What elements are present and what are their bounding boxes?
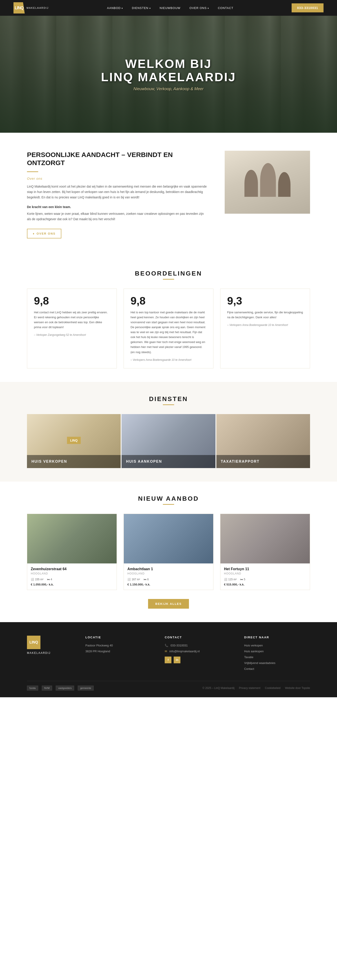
listing-card-2[interactable]: Ambachtlaan 1 HOOGLAND ⬜ 167 m² 🛏 6 € 1.…	[123, 514, 214, 590]
listing-type-2: HOOGLAND	[127, 572, 210, 575]
listing-price-2: € 1.150.000,- k.k.	[127, 583, 210, 586]
nav-contact[interactable]: CONTACT	[218, 6, 233, 10]
footer-address-2: 3828 PR Hoogland	[85, 649, 151, 654]
beds-icon-3: 🛏	[240, 578, 243, 581]
hero-subtitle: Nieuwbouw, Verkoop, Aankoop & Meer	[101, 87, 236, 91]
footer-legal: © 2025 – LinQ Makelaardij Privacy statem…	[203, 686, 310, 690]
listing-card-3[interactable]: Het Fortuyn 11 HOOGLAND ⬜ 115 m² 🛏 5 € 5…	[220, 514, 310, 590]
linq-badge-text: LINQ	[70, 438, 78, 442]
about-body2: De kracht van een klein team. Korte lijn…	[27, 204, 207, 222]
logo-text: LINQ	[15, 6, 24, 10]
team-photo	[244, 163, 291, 201]
footer-cookies[interactable]: Cookiebeleid	[265, 686, 280, 690]
beds-icon: 🛏	[47, 578, 50, 581]
listing-image-1	[27, 514, 117, 563]
services-title: DIENSTEN	[27, 395, 310, 402]
footer-privacy[interactable]: Privacy statement	[239, 686, 260, 690]
review-card-1: 9,8 Het contact met LinQ hebben wij als …	[27, 289, 117, 368]
listing-info-1: Zevenhuizerstraat 64 HOOGLAND ⬜ 155 m² 🛏…	[27, 563, 117, 590]
listings-grid: Zevenhuizerstraat 64 HOOGLAND ⬜ 155 m² 🛏…	[27, 514, 310, 590]
listing-type-3: HOOGLAND	[224, 572, 306, 575]
facebook-icon[interactable]: f	[165, 657, 171, 663]
hero-section: WELKOM BIJ LINQ MAKELAARDIJ Nieuwbouw, V…	[0, 16, 337, 133]
linq-logo-badge: LINQ	[67, 437, 81, 444]
about-body1: LinQ Makelaardij komt voort uit het plez…	[27, 184, 207, 200]
listings-divider	[163, 504, 174, 505]
footer-website-by[interactable]: Website door Topsite	[285, 686, 310, 690]
nav-over-ons[interactable]: OVER ONS	[189, 6, 209, 10]
footer-email: ✉ info@linqmakelaardij.nl	[165, 649, 231, 654]
partner-gemeente: gemeente	[78, 686, 94, 690]
listing-name-3: Het Fortuyn 11	[224, 567, 306, 571]
review-text-1: Het contact met LinQ hebben wij als zeer…	[34, 310, 110, 330]
service-label-3: TAXATIERAPPORT	[221, 460, 259, 464]
listing-info-3: Het Fortuyn 11 HOOGLAND ⬜ 115 m² 🛏 5 € 5…	[220, 563, 310, 590]
person-1	[244, 170, 258, 197]
service-card-2[interactable]: HUIS AANKOPEN	[122, 414, 215, 468]
listing-meta-2: ⬜ 167 m² 🛏 6	[127, 578, 210, 581]
nav-logo[interactable]: LINQ MAKELAARDIJ	[13, 2, 49, 13]
review-card-2: 9,8 Het is een top kantoor met goede mak…	[123, 289, 214, 368]
listing-meta-3: ⬜ 115 m² 🛏 5	[224, 578, 306, 581]
listings-section: NIEUW AANBOD Zevenhuizerstraat 64 HOOGLA…	[0, 482, 337, 622]
about-divider	[27, 172, 38, 172]
instagram-icon[interactable]: in	[174, 657, 180, 663]
footer-locatie-title: LOCATIE	[85, 636, 151, 639]
about-image	[225, 151, 310, 214]
nav-links: AANBOD DIENSTEN NIEUWBOUW OVER ONS CONTA…	[107, 6, 233, 10]
listing-card-1[interactable]: Zevenhuizerstraat 64 HOOGLAND ⬜ 155 m² 🛏…	[27, 514, 117, 590]
nav-phone-cta[interactable]: 033-3310031	[292, 3, 324, 13]
hero-content: WELKOM BIJ LINQ MAKELAARDIJ Nieuwbouw, V…	[101, 57, 236, 91]
listing-name-2: Ambachtlaan 1	[127, 567, 210, 571]
logo-icon: LINQ	[13, 2, 25, 13]
reviews-section: BEOORDELINGEN 9,8 Het contact met LinQ h…	[0, 256, 337, 382]
listings-title: NIEUW AANBOD	[27, 495, 310, 502]
about-btn[interactable]: ♦ OVER ONS	[27, 229, 61, 239]
footer-top: LINQ MAKELAARDIJ LOCATIE Pastoor Plockwe…	[27, 636, 310, 672]
service-card-1[interactable]: LINQ HUIS VERKOPEN	[27, 414, 121, 468]
listing-beds-1: 🛏 4	[47, 578, 52, 581]
about-title: PERSOONLIJKE AANDACHT – VERBINDT EN ONTZ…	[27, 151, 207, 167]
reviews-grid: 9,8 Het contact met LinQ hebben wij als …	[27, 289, 310, 368]
review-author-2: – Verkopers Anna Boelensgaarde 10 te Ame…	[131, 358, 206, 361]
nav-diensten[interactable]: DIENSTEN	[132, 6, 151, 10]
nav-aanbod[interactable]: AANBOD	[107, 6, 123, 10]
footer-logo-icon: LINQ	[27, 636, 40, 649]
listing-name-1: Zevenhuizerstraat 64	[31, 567, 113, 571]
service-overlay-3: TAXATIERAPPORT	[216, 455, 310, 468]
footer-bottom: funda NVM vastgoeders gemeente © 2025 – …	[27, 681, 310, 690]
about-section: PERSOONLIJKE AANDACHT – VERBINDT EN ONTZ…	[0, 133, 337, 256]
about-subtitle-label: Over ons	[27, 177, 207, 180]
footer-partners: funda NVM vastgoeders gemeente	[27, 686, 94, 690]
person-3	[278, 172, 291, 197]
listing-info-2: Ambachtlaan 1 HOOGLAND ⬜ 167 m² 🛏 6 € 1.…	[124, 563, 213, 590]
bekijk-alles-button[interactable]: BEKIJK ALLES	[148, 599, 189, 609]
review-author-3: – Verkopers Anna Boelensgaarde 10 te Ame…	[227, 323, 303, 326]
footer-locatie-col: LOCATIE Pastoor Plockweg 40 3828 PR Hoog…	[85, 636, 151, 672]
review-text-2: Het is een top kantoor met goede makelaa…	[131, 310, 206, 355]
logo-tagline: MAKELAARDIJ	[27, 6, 49, 9]
footer-logo-tagline: MAKELAARDIJ	[27, 651, 72, 654]
footer-link-verkopen[interactable]: Huis verkopen	[244, 643, 310, 649]
footer-direct-naar-col: DIRECT NAAR Huis verkopen Huis aankopen …	[244, 636, 310, 672]
nav-nieuwbouw[interactable]: NIEUWBOUW	[160, 6, 180, 10]
partner-vastgoeders: vastgoeders	[56, 686, 74, 690]
review-author-1: – Verkoper Zangvogelweg 52 te Amersfoort	[34, 333, 110, 336]
footer-link-waardadvies[interactable]: Vrijblijvend waardadvies	[244, 660, 310, 666]
person-2	[260, 163, 276, 197]
listing-area-2: ⬜ 167 m²	[127, 578, 140, 581]
footer-link-contact[interactable]: Contact	[244, 666, 310, 672]
listing-beds-3: 🛏 5	[240, 578, 245, 581]
listing-area-1: ⬜ 155 m²	[31, 578, 43, 581]
review-score-2: 9,8	[131, 296, 206, 306]
footer-link-aankopen[interactable]: Huis aankopen	[244, 649, 310, 654]
listing-meta-1: ⬜ 155 m² 🛏 4	[31, 578, 113, 581]
review-score-3: 9,3	[227, 296, 303, 306]
about-image-inner	[225, 151, 310, 214]
footer-copyright: © 2025 – LinQ Makelaardij	[203, 686, 234, 690]
listing-type-1: HOOGLAND	[31, 572, 113, 575]
area-icon: ⬜	[31, 578, 34, 581]
footer-link-taxatie[interactable]: Taxatie	[244, 654, 310, 660]
service-card-3[interactable]: TAXATIERAPPORT	[216, 414, 310, 468]
services-divider	[163, 404, 174, 405]
